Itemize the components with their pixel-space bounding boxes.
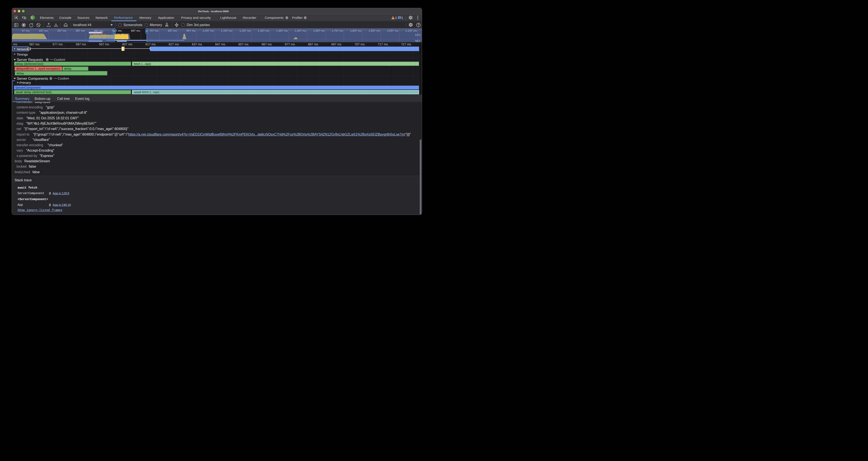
- svg-text:197 ms: 197 ms: [39, 29, 48, 32]
- svg-text:NET: NET: [415, 39, 421, 42]
- svg-text:397 ms: 397 ms: [75, 29, 85, 32]
- svg-text:2,097 ms: 2,097 ms: [387, 29, 399, 32]
- svg-text:1,097 ms: 1,097 ms: [203, 29, 214, 32]
- svg-text:697 ms: 697 ms: [131, 29, 140, 32]
- svg-text:1,697 ms: 1,697 ms: [313, 29, 324, 32]
- svg-text:97 ms: 97 ms: [22, 29, 29, 32]
- svg-text:797 ms: 797 ms: [150, 29, 159, 32]
- svg-text:1,297 ms: 1,297 ms: [240, 29, 251, 32]
- svg-text:997 ms: 997 ms: [186, 29, 195, 32]
- svg-text:297 ms: 297 ms: [57, 29, 66, 32]
- svg-text:1,597 ms: 1,597 ms: [295, 29, 306, 32]
- svg-text:1,197 ms: 1,197 ms: [221, 29, 232, 32]
- svg-text:1,997 ms: 1,997 ms: [369, 29, 380, 32]
- svg-text:1,797 ms: 1,797 ms: [332, 29, 343, 32]
- svg-text:897 ms: 897 ms: [168, 29, 177, 32]
- svg-text:1,397 ms: 1,397 ms: [258, 29, 269, 32]
- svg-text:497 ms: 497 ms: [94, 29, 103, 32]
- svg-text:2,197 ms: 2,197 ms: [405, 29, 417, 32]
- svg-text:1,497 ms: 1,497 ms: [276, 29, 288, 32]
- svg-text:1,897 ms: 1,897 ms: [350, 29, 362, 32]
- svg-text:CPU: CPU: [415, 34, 421, 36]
